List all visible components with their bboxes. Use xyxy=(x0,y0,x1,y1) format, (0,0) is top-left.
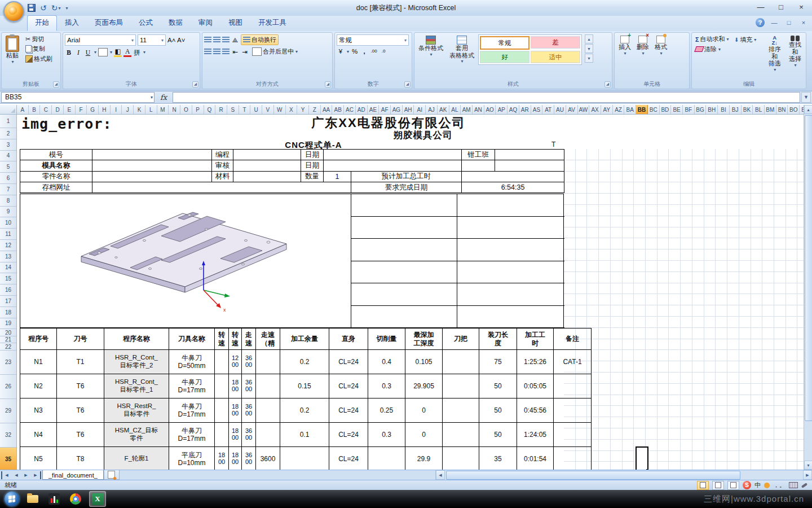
cnc-cell-r1c13[interactable]: 75 xyxy=(479,350,517,374)
cnc-cell-r5c15[interactable] xyxy=(554,447,592,470)
archive-value[interactable] xyxy=(92,182,351,192)
material-value[interactable] xyxy=(233,171,301,182)
font-size-select[interactable]: 11▾ xyxy=(138,34,166,46)
cnc-cell-r4c9[interactable]: CL=24 xyxy=(329,423,368,447)
column-header-S[interactable]: S xyxy=(227,105,239,114)
empty-cell[interactable] xyxy=(351,217,457,239)
row-header-11[interactable]: 11 xyxy=(0,229,16,240)
cnc-cell-r4c11[interactable]: 0 xyxy=(405,423,443,447)
column-header-AA[interactable]: AA xyxy=(321,105,333,114)
cnc-header-8[interactable]: 加工余量 xyxy=(280,329,329,350)
insert-worksheet-tab[interactable] xyxy=(104,470,120,480)
cnc-cell-r3c8[interactable]: 0.2 xyxy=(280,398,329,423)
cut-button[interactable]: ✂剪切 xyxy=(24,34,46,44)
cnc-cell-r1c5[interactable]: 12 00 xyxy=(229,350,242,374)
cnc-cell-r3c12[interactable] xyxy=(443,398,479,423)
number-dialog-launcher[interactable]: ◢ xyxy=(404,81,411,87)
cnc-cell-r5c2[interactable]: F_轮廓1 xyxy=(104,447,169,470)
cnc-cell-r2c2[interactable]: HSR_R_Cont_ 目标零件_1 xyxy=(104,374,169,398)
row-header-23[interactable]: 23 xyxy=(0,351,16,375)
column-header-BF[interactable]: BF xyxy=(683,105,695,114)
align-center-icon[interactable] xyxy=(213,49,220,55)
cnc-cell-r4c14[interactable]: 1:24:05 xyxy=(517,423,554,447)
increase-indent-icon[interactable]: ⇥ xyxy=(241,48,249,56)
empty-cell[interactable] xyxy=(457,306,564,329)
last-sheet-button[interactable]: ▶ xyxy=(31,471,41,479)
part-name-value[interactable] xyxy=(92,171,212,182)
fill-button[interactable]: ⬇填充▾ xyxy=(732,35,758,45)
cnc-header-2[interactable]: 程序名称 xyxy=(104,329,169,350)
align-top-icon[interactable] xyxy=(204,37,211,43)
align-right-icon[interactable] xyxy=(222,49,230,55)
cnc-cell-r1c0[interactable]: N1 xyxy=(20,350,57,374)
column-header-BA[interactable]: BA xyxy=(624,105,636,114)
cnc-cell-r3c10[interactable]: 0.25 xyxy=(368,398,405,423)
merge-center-button[interactable]: 合并后居中▾ xyxy=(250,47,299,56)
cell-style-常规[interactable]: 常规 xyxy=(480,36,529,50)
fx-icon[interactable]: fx xyxy=(156,93,171,102)
column-header-J[interactable]: J xyxy=(122,105,134,114)
align-middle-icon[interactable] xyxy=(213,37,220,43)
material-label[interactable]: 材料 xyxy=(212,171,233,182)
column-header-Z[interactable]: Z xyxy=(309,105,321,114)
cnc-header-10[interactable]: 切削量 xyxy=(368,329,405,350)
start-button[interactable] xyxy=(5,492,19,506)
cnc-cell-r5c12[interactable] xyxy=(443,447,479,470)
column-header-BH[interactable]: BH xyxy=(706,105,718,114)
cnc-cell-r2c4[interactable] xyxy=(215,374,229,398)
column-header-AV[interactable]: AV xyxy=(566,105,578,114)
ribbon-tab-插入[interactable]: 插入 xyxy=(57,15,87,31)
name-box[interactable]: BB35 ▾ xyxy=(1,92,155,103)
autosum-button[interactable]: Σ自动求和▾ xyxy=(694,34,731,44)
row-header-4[interactable]: 4 xyxy=(0,151,16,162)
comma-style-button[interactable]: , xyxy=(360,47,368,55)
format-painter-button[interactable]: 格式刷 xyxy=(24,54,54,64)
cnc-cell-r1c11[interactable]: 0.105 xyxy=(405,350,443,374)
cnc-cell-r3c13[interactable]: 50 xyxy=(479,398,517,423)
ribbon-tab-开发工具[interactable]: 开发工具 xyxy=(250,15,294,31)
cnc-cell-r3c6[interactable]: 36 00 xyxy=(242,398,256,423)
cnc-cell-r3c1[interactable]: T6 xyxy=(57,398,104,423)
row-header-21[interactable]: 21 xyxy=(0,336,16,344)
column-header-E[interactable]: E xyxy=(64,105,76,114)
cnc-cell-r2c14[interactable]: 0:05:05 xyxy=(517,374,554,398)
cnc-cell-r3c14[interactable]: 0:45:56 xyxy=(517,398,554,423)
cnc-header-0[interactable]: 程序号 xyxy=(20,329,57,350)
row-header-20[interactable]: 20 xyxy=(0,329,16,336)
cnc-cell-r3c15[interactable] xyxy=(554,398,592,423)
fill-color-button[interactable]: ◧ xyxy=(114,47,122,57)
cnc-cell-r3c11[interactable]: 0 xyxy=(405,398,443,423)
qty-label[interactable]: 数量 xyxy=(301,171,324,182)
cnc-cell-r2c5[interactable]: 18 00 xyxy=(229,374,242,398)
row-header-7[interactable]: 7 xyxy=(0,184,16,195)
cell-style-好[interactable]: 好 xyxy=(480,51,529,63)
cnc-cell-r2c3[interactable]: 牛鼻刀 D=17mm xyxy=(169,374,215,398)
empty-cell[interactable] xyxy=(457,217,564,239)
cnc-cell-r3c7[interactable] xyxy=(256,398,280,423)
column-header-AX[interactable]: AX xyxy=(589,105,601,114)
number-format-select[interactable]: 常规▾ xyxy=(337,34,409,46)
cnc-cell-r2c1[interactable]: T6 xyxy=(57,374,104,398)
cnc-header-11[interactable]: 最深加 工深度 xyxy=(405,329,443,350)
empty-cell[interactable] xyxy=(462,160,495,171)
cnc-cell-r1c4[interactable] xyxy=(215,350,229,374)
cnc-cell-r2c9[interactable]: CL=24 xyxy=(329,374,368,398)
cnc-cell-r3c0[interactable]: N3 xyxy=(20,398,57,423)
horizontal-scrollbar[interactable]: ◀ ▶ xyxy=(435,470,812,480)
taskbar-chrome-icon[interactable] xyxy=(68,492,83,506)
row-header-18[interactable]: 18 xyxy=(0,307,16,318)
cnc-cell-r4c3[interactable]: 牛鼻刀 D=17mm xyxy=(169,423,215,447)
ime-toolbox-icon[interactable] xyxy=(801,483,807,488)
help-button[interactable]: ? xyxy=(756,18,765,27)
row-header-9[interactable]: 9 xyxy=(0,207,16,218)
column-header-BI[interactable]: BI xyxy=(718,105,730,114)
cnc-cell-r1c10[interactable]: 0.4 xyxy=(368,350,405,374)
column-header-BK[interactable]: BK xyxy=(742,105,753,114)
cnc-cell-r4c5[interactable]: 18 00 xyxy=(229,423,242,447)
cnc-header-7[interactable]: 走速 （精 xyxy=(256,329,280,350)
archive-label[interactable]: 存档网址 xyxy=(20,182,92,192)
empty-cell[interactable] xyxy=(351,283,457,306)
cnc-cell-r4c6[interactable]: 36 00 xyxy=(242,423,256,447)
column-header-BB[interactable]: BB xyxy=(636,105,648,114)
align-bottom-icon[interactable] xyxy=(222,37,230,43)
